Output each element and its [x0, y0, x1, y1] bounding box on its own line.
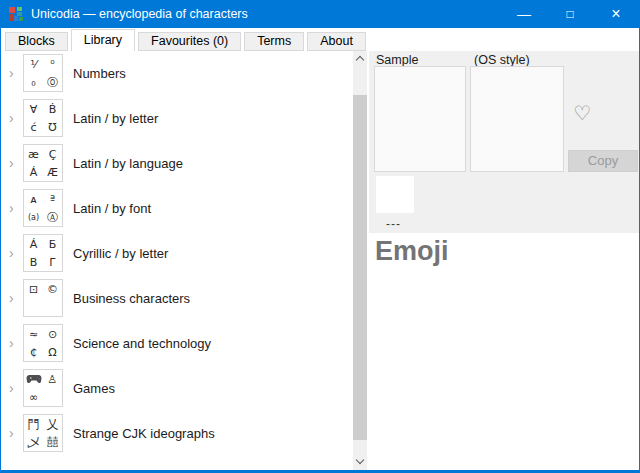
- category-glyph-box: ≈⊙₵Ω: [23, 324, 63, 362]
- tree-item-science-and-technology[interactable]: › ≈⊙₵Ω Science and technology: [2, 324, 353, 368]
- tab-terms[interactable]: Terms: [244, 32, 304, 51]
- block-title: Emoji: [375, 236, 449, 267]
- sample-area: Sample (OS style) ♡ Copy ---: [369, 51, 639, 233]
- tree-item-label: Latin / by language: [73, 156, 183, 171]
- chevron-right-icon[interactable]: ›: [9, 334, 21, 352]
- category-glyph-box: ♙∞: [23, 369, 63, 407]
- tab-bar: Blocks Library Favourites (0) Terms Abou…: [1, 28, 639, 51]
- title-bar: Unicodia — encyclopedia of characters — …: [1, 0, 639, 28]
- copy-button[interactable]: Copy: [568, 150, 638, 172]
- tree-item-label: Cyrillic / by letter: [73, 246, 168, 261]
- chevron-right-icon[interactable]: ›: [9, 379, 21, 397]
- scroll-up-icon[interactable]: [353, 51, 367, 67]
- chevron-right-icon[interactable]: ›: [9, 424, 21, 442]
- scroll-down-icon[interactable]: [353, 454, 367, 470]
- sample-preview-box: [374, 66, 466, 172]
- tree-item-numbers[interactable]: › ⅟⁰₀⓪ Numbers: [2, 54, 353, 98]
- tab-about[interactable]: About: [307, 32, 366, 51]
- tree-item-label: Strange CJK ideographs: [73, 426, 215, 441]
- caption-buttons: — □ ×: [501, 0, 639, 28]
- category-glyph-box: ÁБВГ: [23, 234, 63, 272]
- chevron-right-icon[interactable]: ›: [9, 64, 21, 82]
- chevron-right-icon[interactable]: ›: [9, 289, 21, 307]
- tree-item-label: Games: [73, 381, 115, 396]
- tree-item-latin-by-font[interactable]: › ᴀª(a)Ⓐ Latin / by font: [2, 189, 353, 233]
- tab-content: › ⅟⁰₀⓪ Numbers › ⱯḂćƱ Latin / by letter …: [2, 51, 639, 470]
- block-info-area: Emoji: [369, 233, 639, 470]
- tree-item-latin-by-letter[interactable]: › ⱯḂćƱ Latin / by letter: [2, 99, 353, 143]
- minimize-button[interactable]: —: [501, 0, 547, 28]
- category-glyph-box: ⱯḂćƱ: [23, 99, 63, 137]
- chevron-right-icon[interactable]: ›: [9, 109, 21, 127]
- tab-favourites-0[interactable]: Favourites (0): [138, 32, 241, 51]
- tree-item-label: Latin / by letter: [73, 111, 158, 126]
- window-title: Unicodia — encyclopedia of characters: [31, 7, 501, 21]
- code-placeholder: ---: [386, 217, 401, 231]
- detail-panel: Sample (OS style) ♡ Copy --- Emoji: [369, 51, 639, 470]
- maximize-button[interactable]: □: [547, 0, 593, 28]
- tree-item-label: Numbers: [73, 66, 126, 81]
- category-glyph-box: ⅟⁰₀⓪: [23, 54, 63, 92]
- app-icon: [8, 6, 24, 22]
- game-controller-icon: [26, 374, 42, 384]
- tree-item-cyrillic-by-letter[interactable]: › ÁБВГ Cyrillic / by letter: [2, 234, 353, 278]
- tree-scrollbar[interactable]: [353, 51, 367, 470]
- tab-blocks[interactable]: Blocks: [5, 32, 68, 51]
- chevron-right-icon[interactable]: ›: [9, 199, 21, 217]
- library-tree: › ⅟⁰₀⓪ Numbers › ⱯḂćƱ Latin / by letter …: [2, 51, 353, 470]
- category-glyph-box: ⊡©: [23, 279, 63, 317]
- os-style-preview-box: [470, 66, 564, 172]
- tree-item-label: Latin / by font: [73, 201, 151, 216]
- character-cell: [376, 176, 414, 213]
- category-glyph-box: ᴀª(a)Ⓐ: [23, 189, 63, 227]
- tab-library[interactable]: Library: [71, 29, 135, 51]
- category-glyph-box: æÇÁÆ: [23, 144, 63, 182]
- tree-item-label: Science and technology: [73, 336, 211, 351]
- chevron-right-icon[interactable]: ›: [9, 244, 21, 262]
- tree-item-games[interactable]: › ♙∞ Games: [2, 369, 353, 413]
- tree-item-label: Business characters: [73, 291, 190, 306]
- favourite-heart-icon[interactable]: ♡: [570, 101, 594, 125]
- tree-item-latin-by-language[interactable]: › æÇÁÆ Latin / by language: [2, 144, 353, 188]
- tree-item-strange-cjk-ideographs[interactable]: › 門乂乄囍 Strange CJK ideographs: [2, 414, 353, 458]
- chevron-right-icon[interactable]: ›: [9, 154, 21, 172]
- scrollbar-thumb[interactable]: [353, 95, 367, 440]
- close-button[interactable]: ×: [593, 0, 639, 28]
- sample-label: Sample: [376, 53, 418, 67]
- os-style-label: (OS style): [474, 53, 530, 67]
- tree-item-business-characters[interactable]: › ⊡© Business characters: [2, 279, 353, 323]
- category-glyph-box: 門乂乄囍: [23, 414, 63, 452]
- app-window: Unicodia — encyclopedia of characters — …: [0, 0, 640, 473]
